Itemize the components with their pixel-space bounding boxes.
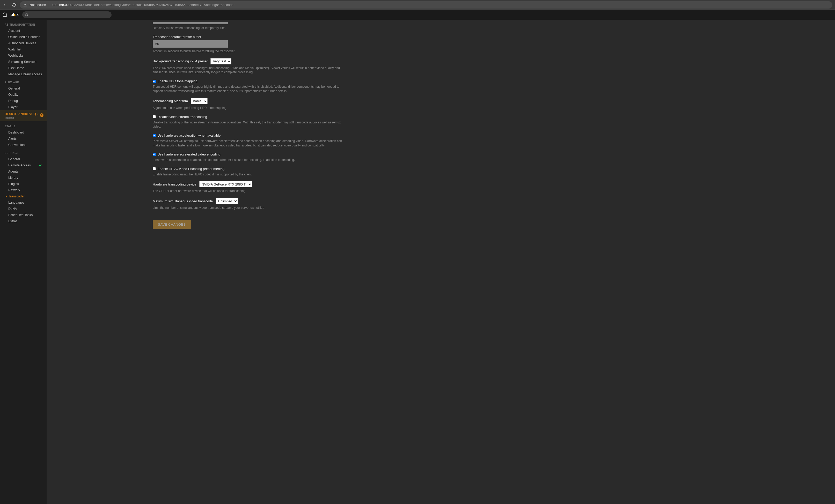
sidebar-item[interactable]: Transcoder [0, 193, 46, 200]
max-transcode-select[interactable]: Unlimited [216, 198, 238, 204]
sidebar-item[interactable]: Player [0, 104, 46, 110]
sidebar-item[interactable]: Authorized Devices [0, 40, 46, 46]
sidebar-item[interactable]: Webhooks [0, 52, 46, 59]
sidebar-item-label: Library [8, 176, 18, 180]
sidebar-item-label: Online Media Sources [8, 35, 40, 39]
sidebar-item-label: Network [8, 188, 20, 192]
disable-video-label[interactable]: Disable video stream transcoding [157, 115, 207, 119]
max-transcode-label: Maximum simultaneous video transcode [153, 199, 213, 203]
sidebar-section-header: PLEX WEB [0, 77, 46, 85]
hdr-label[interactable]: Enable HDR tone mapping [157, 79, 198, 83]
bg-preset-select[interactable]: Very fast [210, 58, 231, 64]
sidebar-item[interactable]: Extras [0, 218, 46, 224]
sidebar-section-header: STATUS [0, 121, 46, 129]
sidebar-item[interactable]: Account [0, 28, 46, 34]
sidebar-item-label: Debug [8, 99, 18, 103]
help-text: Plex Media Server will attempt to use ha… [153, 139, 347, 148]
warning-icon [23, 3, 27, 7]
sidebar-section-header: AB TRANSPORTATION [0, 20, 46, 28]
sidebar-item-label: Agents [8, 170, 18, 173]
bg-preset-label: Background transcoding x264 preset [153, 59, 208, 63]
sidebar-item[interactable]: Conversions [0, 142, 46, 148]
sidebar-item[interactable]: Library [0, 175, 46, 181]
hw-device-select[interactable]: NVIDIA GeForce RTX 2080 Ti [199, 181, 252, 187]
browser-toolbar: Not secure | 192.168.0.143:32400/web/ind… [0, 0, 835, 10]
url-text: 192.168.0.143:32400/web/index.html#!/set… [52, 3, 235, 7]
sidebar-item[interactable]: Quality [0, 91, 46, 98]
sidebar-item[interactable]: General [0, 85, 46, 91]
hw-accel-label[interactable]: Use hardware acceleration when available [157, 133, 221, 138]
hevc-label[interactable]: Enable HEVC video Encoding (experimental… [157, 167, 224, 171]
sidebar-item-label: Manage Library Access [8, 72, 42, 76]
help-text: Enable transcoding using the HEVC codec … [153, 172, 347, 177]
search-input[interactable] [22, 12, 111, 18]
sidebar-item-label: Remote Access [8, 164, 31, 167]
sidebar-item[interactable]: Agents [0, 168, 46, 175]
hw-encode-checkbox[interactable] [153, 153, 156, 156]
hw-accel-checkbox[interactable] [153, 134, 156, 137]
sidebar-item[interactable]: Plugins [0, 181, 46, 187]
save-changes-button[interactable]: SAVE CHANGES [153, 220, 191, 229]
sidebar-item-label: Extras [8, 219, 17, 223]
sidebar-item[interactable]: Network [0, 187, 46, 193]
sidebar-item[interactable]: Online Media Sources [0, 34, 46, 40]
settings-content: Directory to use when transcoding for te… [46, 20, 835, 504]
help-text: Directory to use when transcoding for te… [153, 26, 347, 30]
disable-video-checkbox[interactable] [153, 115, 156, 118]
sidebar-item[interactable]: Dashboard [0, 129, 46, 135]
sidebar-item-label: Quality [8, 93, 18, 97]
svg-point-0 [25, 14, 28, 16]
help-text: The GPU or other hardware device that wi… [153, 189, 347, 193]
help-text: Algorithm to use when performing HDR ton… [153, 106, 347, 110]
throttle-label: Transcoder default throttle buffer [153, 35, 347, 39]
sidebar-item[interactable]: Remote Access [0, 162, 46, 168]
sidebar-item-label: Languages [8, 201, 24, 204]
sidebar-item-label: Authorized Devices [8, 41, 36, 45]
hw-encode-label[interactable]: Use hardware-accelerated video encoding [157, 152, 221, 156]
sidebar-item-label: Webhooks [8, 54, 24, 58]
reload-icon[interactable] [12, 3, 17, 7]
app-header: plex [0, 10, 835, 20]
sidebar-item-label: Plugins [8, 182, 19, 186]
sidebar-item[interactable]: Alerts [0, 135, 46, 142]
help-text: Limit the number of simultaneous video t… [153, 206, 347, 210]
sidebar-item[interactable]: DLNA [0, 206, 46, 212]
sidebar-item[interactable]: Streaming Services [0, 59, 46, 65]
check-icon [39, 164, 42, 167]
sidebar-item-label: Plex Home [8, 66, 24, 70]
sidebar-item[interactable]: General [0, 156, 46, 162]
sidebar: AB TRANSPORTATION AccountOnline Media So… [0, 20, 46, 504]
sidebar-item-label: General [8, 87, 20, 90]
sidebar-item-label: Scheduled Tasks [8, 213, 33, 217]
sidebar-item-label: DLNA [8, 207, 17, 211]
help-text: If hardware acceleration is enabled, thi… [153, 158, 347, 162]
sidebar-item[interactable]: Watchlist [0, 46, 46, 52]
tonemap-label: Tonemapping Algorithm [153, 99, 188, 103]
home-icon[interactable] [3, 12, 8, 17]
sidebar-item[interactable]: Debug [0, 98, 46, 104]
search-icon [25, 13, 28, 17]
sidebar-item[interactable]: Plex Home [0, 65, 46, 71]
sidebar-item[interactable]: Languages [0, 200, 46, 206]
tonemap-select[interactable]: hable [191, 98, 208, 104]
sidebar-item-label: Alerts [8, 137, 17, 141]
temp-dir-input[interactable] [153, 22, 228, 24]
hdr-checkbox[interactable] [153, 80, 156, 83]
sidebar-server-item[interactable]: DESKTOP-NHKFVUQ▼ Indirect ! [0, 110, 46, 121]
sidebar-item-label: Streaming Services [8, 60, 36, 64]
sidebar-item[interactable]: Manage Library Access [0, 71, 46, 77]
hevc-checkbox[interactable] [153, 167, 156, 170]
sidebar-item-label: Watchlist [8, 48, 21, 51]
sidebar-item-label: Conversions [8, 143, 26, 147]
sidebar-item-label: General [8, 157, 20, 161]
sidebar-item-label: Player [8, 105, 17, 109]
sidebar-item-label: Dashboard [8, 131, 24, 134]
sidebar-item[interactable]: Scheduled Tasks [0, 212, 46, 218]
throttle-input[interactable] [153, 40, 228, 48]
help-text: Disable transcoding of the video stream … [153, 120, 347, 129]
back-icon[interactable] [3, 3, 7, 7]
sidebar-section-header: SETTINGS [0, 148, 46, 156]
url-bar[interactable]: Not secure | 192.168.0.143:32400/web/ind… [20, 1, 832, 8]
hw-device-label: Hardware transcoding device [153, 183, 196, 186]
plex-logo[interactable]: plex [11, 12, 19, 17]
